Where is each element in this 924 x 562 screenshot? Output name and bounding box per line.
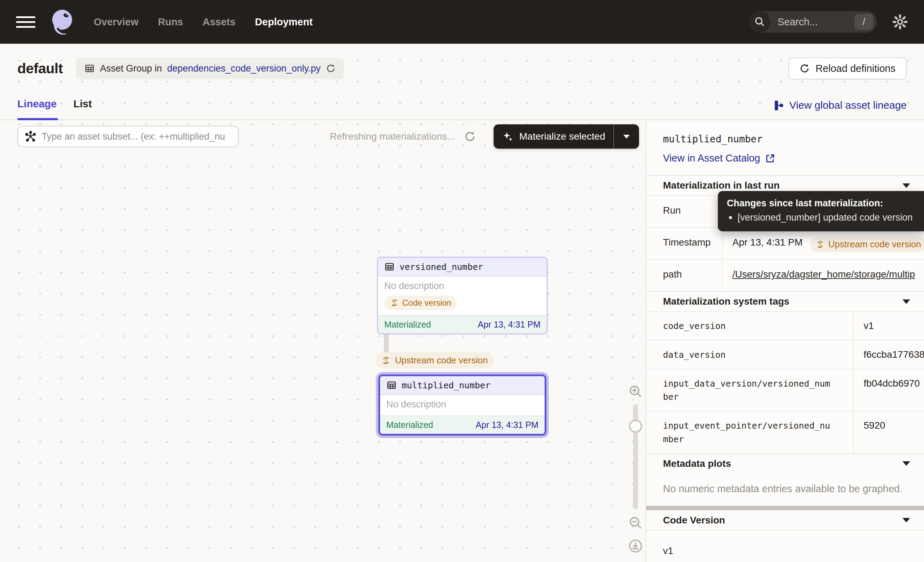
timestamp-value: Apr 13, 4:31 PM (732, 237, 802, 248)
changes-tooltip: Changes since last materialization: [ver… (718, 191, 924, 231)
edge-upstream-code-version-badge: Upstream code version (375, 352, 494, 368)
row-label: path (646, 260, 723, 291)
refresh-status: Refreshing materializations... (330, 126, 476, 147)
asset-group-chip: Asset Group in dependencies_code_version… (76, 58, 344, 79)
tag-key: data_version (646, 341, 854, 369)
search-placeholder: Search... (777, 17, 818, 28)
section-metadata-plots[interactable]: Metadata plots (646, 453, 924, 473)
table-grid-icon (386, 380, 397, 391)
asset-lineage-graph[interactable]: Refreshing materializations... Materiali… (0, 120, 646, 562)
op-selector-icon (24, 130, 37, 143)
nav-item-overview[interactable]: Overview (94, 17, 138, 28)
tag-row-data-version: data_version f6ccba177638 (646, 340, 924, 369)
row-label: Run (646, 196, 723, 227)
reload-icon (800, 63, 810, 74)
zoom-slider[interactable] (633, 404, 638, 509)
asset-description: No description (386, 399, 538, 410)
materialize-label: Materialize selected (519, 131, 605, 142)
materialize-selected-button[interactable]: Materialize selected (494, 124, 614, 149)
chevron-down-icon (903, 299, 910, 304)
code-version-badge-label: Code version (402, 298, 451, 308)
upstream-code-version-badge: Upstream code version (810, 237, 924, 252)
tag-value: v1 (854, 312, 924, 340)
search-shortcut-badge: / (855, 14, 873, 30)
bullet-dot (729, 216, 732, 219)
asset-node-multiplied-number[interactable]: multiplied_number No description Materia… (378, 374, 546, 436)
materialize-dropdown-button[interactable] (614, 124, 639, 149)
row-label: Timestamp (646, 228, 723, 259)
zoom-in-icon[interactable] (628, 383, 644, 400)
chevron-down-icon (903, 518, 910, 522)
materialized-timestamp[interactable]: Apr 13, 4:31 PM (478, 320, 540, 330)
section-header-label: Code Version (663, 515, 725, 526)
page-header: default Asset Group in dependencies_code… (0, 44, 924, 86)
nav-item-deployment[interactable]: Deployment (255, 17, 313, 28)
primary-nav: Overview Runs Assets Deployment (94, 17, 313, 28)
materialized-status: Materialized (386, 420, 433, 430)
tag-key: input_data_version/versioned_number (646, 370, 854, 411)
asset-name: multiplied_number (402, 380, 490, 391)
edge-label: Upstream code version (395, 355, 488, 366)
settings-gear-icon[interactable] (892, 14, 908, 30)
reload-definitions-button[interactable]: Reload definitions (788, 57, 907, 80)
lineage-graph-icon (774, 100, 784, 110)
chevron-down-icon (903, 461, 910, 466)
materialized-status: Materialized (384, 320, 431, 330)
node-status-bar: Materialized Apr 13, 4:31 PM (380, 415, 544, 434)
nav-item-assets[interactable]: Assets (202, 17, 236, 28)
node-status-bar: Materialized Apr 13, 4:31 PM (378, 315, 547, 334)
download-image-icon[interactable] (628, 538, 643, 554)
asset-description: No description (384, 281, 540, 292)
global-lineage-label: View global asset lineage (789, 99, 907, 111)
tab-lineage[interactable]: Lineage (17, 98, 57, 119)
tabs-row: Lineage List View global asset lineage (0, 86, 924, 120)
asset-node-versioned-number[interactable]: versioned_number No description Code ver… (377, 257, 548, 335)
sparkle-icon (502, 131, 514, 143)
tag-value: 5920 (854, 412, 924, 453)
chevron-down-icon (903, 183, 910, 188)
asset-subset-filter[interactable] (17, 126, 239, 147)
global-search-input[interactable]: Search... / (749, 11, 877, 33)
horizontal-scrollbar[interactable] (646, 506, 924, 510)
node-header: multiplied_number (380, 376, 544, 395)
asset-name: versioned_number (399, 262, 483, 272)
materialized-timestamp[interactable]: Apr 13, 4:31 PM (476, 420, 538, 430)
metadata-plots-empty-text: No numeric metadata entries available to… (646, 473, 924, 506)
nav-item-runs[interactable]: Runs (158, 17, 183, 28)
search-icon (749, 11, 771, 33)
section-materialization-system-tags[interactable]: Materialization system tags (646, 291, 924, 311)
dagster-logo-icon[interactable] (47, 7, 77, 37)
code-version-badge: Code version (384, 296, 457, 310)
asset-group-prefix: Asset Group in (100, 63, 162, 74)
refresh-materializations-icon[interactable] (464, 131, 476, 143)
table-row-timestamp: Timestamp Apr 13, 4:31 PM Upstream code … (646, 227, 924, 259)
tab-list[interactable]: List (73, 98, 92, 119)
tag-key: input_event_pointer/versioned_number (646, 412, 854, 453)
asset-subset-input[interactable] (42, 131, 232, 142)
node-header: versioned_number (378, 258, 547, 276)
view-global-asset-lineage-link[interactable]: View global asset lineage (774, 99, 907, 119)
code-version-cycle-icon (816, 240, 825, 249)
zoom-slider-handle[interactable] (629, 419, 642, 433)
refresh-group-icon[interactable] (326, 63, 336, 73)
reload-definitions-label: Reload definitions (815, 63, 896, 74)
code-version-cycle-icon (390, 298, 399, 307)
refreshing-text: Refreshing materializations... (330, 131, 455, 142)
storage-path-link[interactable]: /Users/sryza/dagster_home/storage/multip (732, 269, 915, 280)
panel-asset-title: multiplied_number (663, 134, 908, 145)
zoom-out-icon[interactable] (628, 515, 644, 531)
section-header-label: Materialization in last run (663, 180, 780, 191)
hamburger-menu-icon[interactable] (16, 17, 35, 28)
code-file-link[interactable]: dependencies_code_version_only.py (167, 63, 321, 74)
tooltip-bullet-text: [versioned_number] updated code version (738, 212, 912, 223)
top-nav: Overview Runs Assets Deployment Search..… (0, 0, 924, 44)
view-in-asset-catalog-link[interactable]: View in Asset Catalog (663, 152, 908, 164)
section-header-label: Metadata plots (663, 458, 731, 469)
tag-row-input-data-version: input_data_version/versioned_number fb04… (646, 369, 924, 411)
code-version-value: v1 (646, 530, 924, 562)
badge-label: Upstream code version (828, 239, 921, 250)
tag-key: code_version (646, 312, 854, 340)
page-background: default Asset Group in dependencies_code… (0, 44, 924, 562)
chevron-down-icon (623, 135, 630, 138)
section-code-version[interactable]: Code Version (646, 510, 924, 530)
